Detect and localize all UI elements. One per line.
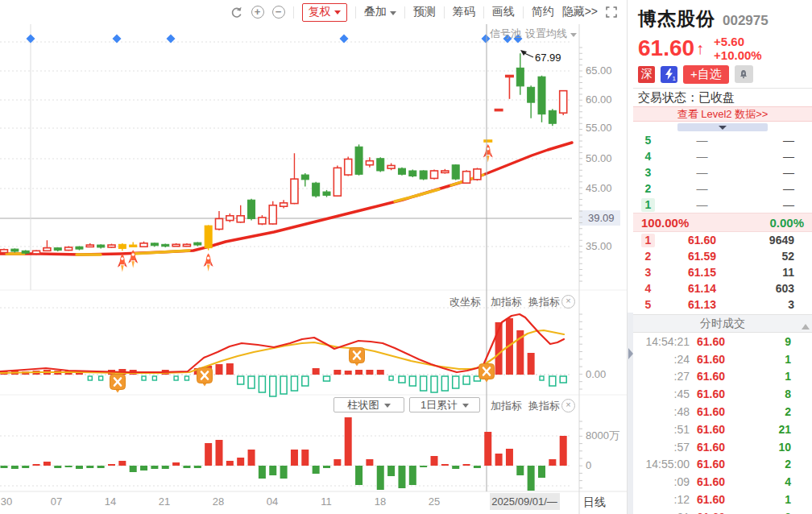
forecast-button[interactable]: 预测 bbox=[413, 5, 436, 19]
svg-text:日线: 日线 bbox=[583, 495, 606, 508]
svg-text:21: 21 bbox=[159, 495, 170, 508]
tick-trade-row: :1261.601 bbox=[633, 491, 812, 508]
stock-name: 博杰股份 bbox=[638, 6, 715, 31]
buy-level-1[interactable]: 161.609649 bbox=[633, 232, 812, 248]
tick-trade-row: 14:54:2161.609 bbox=[633, 333, 812, 350]
candlesticks bbox=[1, 53, 567, 255]
stock-code: 002975 bbox=[723, 13, 768, 29]
sell-percent: 0.00% bbox=[769, 216, 804, 230]
level2-bolt-icon[interactable]: 1 bbox=[661, 66, 677, 83]
sell-level-1[interactable]: 1—— bbox=[633, 197, 812, 213]
macd-panel: 0.00 bbox=[0, 308, 606, 396]
chart-toolbar: + − 复权 叠加 预测 筹码 画线 简约 隐藏>> bbox=[0, 0, 627, 24]
overlay-dropdown[interactable]: 叠加 bbox=[364, 5, 396, 19]
tick-trade-row: :2461.601 bbox=[633, 350, 812, 368]
tick-trade-row: :5761.6010 bbox=[633, 438, 812, 456]
svg-text:65.00: 65.00 bbox=[586, 64, 612, 77]
toolbar-separator bbox=[355, 6, 356, 19]
toolbar-separator bbox=[293, 6, 294, 19]
high-price-annotation: 67.99 bbox=[520, 50, 561, 64]
buy-levels: 161.609649261.5952361.1511461.14603561.1… bbox=[633, 232, 812, 313]
signal-pool-link[interactable]: 信号池 bbox=[490, 27, 521, 41]
hide-button[interactable]: 隐藏>> bbox=[562, 5, 598, 19]
tick-trade-row: :4561.608 bbox=[633, 385, 812, 403]
fuquan-dropdown[interactable]: 复权 bbox=[302, 3, 347, 22]
svg-text:67.99: 67.99 bbox=[535, 52, 561, 64]
svg-text:11: 11 bbox=[321, 495, 332, 508]
chips-button[interactable]: 筹码 bbox=[453, 5, 475, 19]
undo-icon[interactable] bbox=[230, 6, 243, 19]
switch-indicator-button[interactable]: 换指标 bbox=[528, 295, 560, 309]
price-alert-bell-icon[interactable] bbox=[735, 65, 753, 83]
svg-text:04: 04 bbox=[267, 495, 278, 508]
date-axis: 3007142128041118252025/09/01/—日线 bbox=[1, 493, 606, 510]
sell-levels: 5——4——3——2——1—— bbox=[633, 132, 812, 213]
toolbar-separator bbox=[483, 6, 484, 19]
volume-panel: 8000万0 bbox=[0, 417, 619, 491]
stock-info-panel: 博杰股份 002975 61.60 ↑ +5.60 +10.00% 深 1 +自… bbox=[633, 0, 812, 514]
tick-trade-row: :4861.602 bbox=[633, 403, 812, 421]
price-change: +5.60 bbox=[714, 35, 762, 48]
add-indicator-button-2[interactable]: 加指标 bbox=[491, 399, 522, 413]
svg-text:50.00: 50.00 bbox=[586, 152, 612, 164]
buy-level-5[interactable]: 561.133 bbox=[633, 296, 812, 313]
ma-line-yellow bbox=[6, 175, 483, 255]
buy-level-4[interactable]: 461.14603 bbox=[633, 280, 812, 296]
svg-text:55.00: 55.00 bbox=[586, 122, 612, 134]
simple-mode-button[interactable]: 简约 bbox=[532, 5, 554, 19]
price-change-pct: +10.00% bbox=[714, 48, 762, 62]
collapse-sell-levels-handle[interactable] bbox=[677, 123, 768, 131]
zoom-in-icon[interactable]: + bbox=[251, 6, 264, 19]
tick-trade-row: :2161.602 bbox=[633, 508, 812, 514]
sell-level-4[interactable]: 4—— bbox=[633, 148, 812, 164]
sell-level-3[interactable]: 3—— bbox=[633, 164, 812, 180]
level2-link[interactable]: 查看 Level2 数据>> bbox=[633, 106, 812, 122]
svg-text:28: 28 bbox=[213, 495, 224, 508]
rocket-signal-icons bbox=[118, 144, 493, 272]
zoom-out-icon[interactable]: − bbox=[272, 6, 285, 19]
toolbar-separator bbox=[523, 6, 524, 19]
add-indicator-button[interactable]: 加指标 bbox=[491, 295, 522, 309]
buy-sell-ratio-row: 100.00% 0.00% bbox=[633, 213, 812, 232]
scroll-up-icon[interactable] bbox=[802, 324, 810, 330]
tick-trade-row: :5161.6021 bbox=[633, 421, 812, 438]
svg-text:14: 14 bbox=[105, 495, 116, 508]
chart-canvas[interactable]: 65.0060.0055.0050.0045.0035.0039.0967.99… bbox=[0, 0, 627, 514]
svg-text:18: 18 bbox=[375, 495, 386, 508]
toolbar-separator bbox=[444, 6, 445, 19]
svg-text:30: 30 bbox=[1, 495, 12, 508]
last-price: 61.60 bbox=[638, 35, 694, 61]
draw-line-button[interactable]: 画线 bbox=[492, 5, 515, 19]
sell-level-2[interactable]: 2—— bbox=[633, 180, 812, 197]
ma-settings-dropdown[interactable]: 设置均线 bbox=[525, 27, 577, 41]
vol-style-select[interactable]: 柱状图 bbox=[334, 397, 404, 412]
toolbar-separator bbox=[404, 6, 405, 19]
close-indicator-icon-2[interactable]: × bbox=[561, 399, 575, 412]
market-badge: 深 bbox=[638, 66, 655, 83]
svg-text:8000万: 8000万 bbox=[586, 429, 619, 441]
vol-accum-select[interactable]: 1日累计 bbox=[409, 397, 480, 412]
svg-text:35.00: 35.00 bbox=[586, 240, 612, 252]
tick-trade-row: 14:55:0061.602 bbox=[633, 456, 812, 474]
svg-text:60.00: 60.00 bbox=[586, 93, 612, 106]
tick-trade-row: :0961.604 bbox=[633, 473, 812, 491]
tick-trades-header: 分时成交 bbox=[633, 314, 812, 333]
svg-text:0: 0 bbox=[586, 459, 591, 471]
badge-row: 深 1 +自选 bbox=[633, 63, 812, 85]
trading-status: 交易状态：已收盘 bbox=[633, 88, 812, 106]
close-indicator-icon[interactable]: × bbox=[561, 295, 575, 309]
sell-level-5[interactable]: 5—— bbox=[633, 132, 812, 148]
change-axis-button[interactable]: 改坐标 bbox=[450, 295, 481, 309]
up-arrow-icon: ↑ bbox=[696, 39, 704, 58]
buy-percent: 100.00% bbox=[641, 216, 689, 230]
price-row: 61.60 ↑ +5.60 +10.00% bbox=[633, 34, 812, 63]
buy-level-2[interactable]: 261.5952 bbox=[633, 248, 812, 264]
buy-level-3[interactable]: 361.1511 bbox=[633, 264, 812, 280]
add-favorite-button[interactable]: +自选 bbox=[683, 65, 729, 84]
svg-text:25: 25 bbox=[429, 495, 440, 508]
fullscreen-icon[interactable] bbox=[606, 6, 617, 18]
tick-trades-list[interactable]: 14:54:2161.609:2461.601:2761.601:4561.60… bbox=[633, 333, 812, 514]
switch-indicator-button-2[interactable]: 换指标 bbox=[528, 399, 560, 413]
svg-text:07: 07 bbox=[51, 495, 62, 508]
stock-title-row: 博杰股份 002975 bbox=[633, 0, 812, 34]
